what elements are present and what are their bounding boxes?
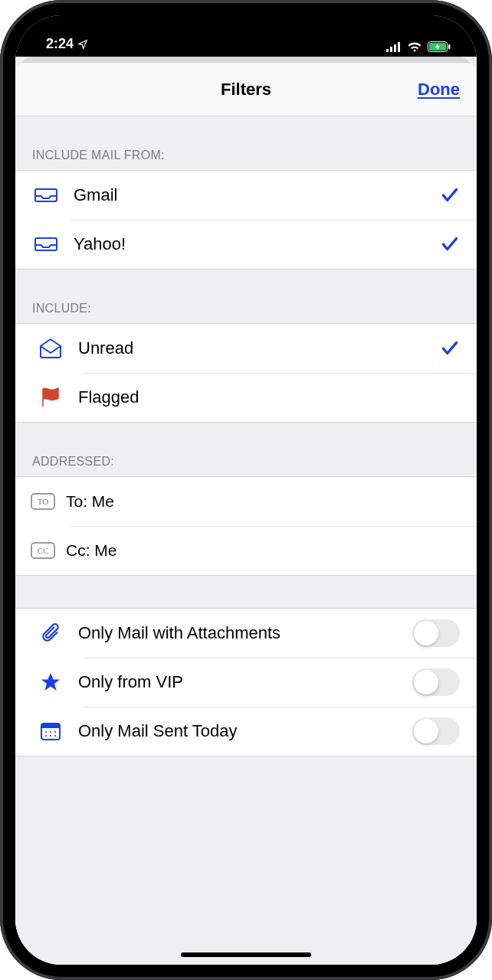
section-addressed: Addressed: TO To: Me CC Cc: Me xyxy=(15,423,477,576)
row-label: Only Mail Sent Today xyxy=(78,721,412,741)
row-label: Yahoo! xyxy=(74,234,440,254)
page-title: Filters xyxy=(221,80,271,100)
status-time: 2:24 xyxy=(46,36,74,52)
row-unread[interactable]: Unread xyxy=(15,324,477,373)
cc-badge-icon: CC xyxy=(29,537,57,564)
section-include: Include: Unread xyxy=(15,270,477,423)
svg-point-15 xyxy=(54,731,56,733)
toggle-vip[interactable] xyxy=(412,668,460,696)
done-button[interactable]: Done xyxy=(418,80,460,100)
paperclip-icon xyxy=(37,619,64,647)
envelope-open-icon xyxy=(37,335,64,362)
svg-point-16 xyxy=(45,735,47,737)
screen: 2:24 Filters xyxy=(15,15,477,965)
svg-text:TO: TO xyxy=(38,497,49,506)
row-today[interactable]: Only Mail Sent Today xyxy=(15,707,477,756)
row-label: To: Me xyxy=(66,492,460,511)
flag-icon xyxy=(37,384,64,411)
section-include-from: Include Mail From: Gmail xyxy=(15,116,477,270)
toggle-attachments[interactable] xyxy=(412,619,460,647)
section-header-include: Include: xyxy=(15,270,477,323)
nav-bar: Filters Done xyxy=(15,63,477,116)
row-gmail[interactable]: Gmail xyxy=(15,171,477,220)
row-flagged[interactable]: Flagged xyxy=(15,373,477,422)
star-icon xyxy=(37,668,64,696)
row-to-me[interactable]: TO To: Me xyxy=(15,477,477,526)
section-header-addressed: Addressed: xyxy=(15,423,477,476)
to-badge-icon: TO xyxy=(29,488,57,515)
battery-icon xyxy=(428,41,451,52)
row-vip[interactable]: Only from VIP xyxy=(15,658,477,707)
svg-rect-12 xyxy=(41,724,60,728)
section-other: Only Mail with Attachments Only from VIP xyxy=(15,576,477,756)
row-label: Only Mail with Attachments xyxy=(78,623,412,643)
row-label: Gmail xyxy=(74,185,440,205)
inbox-icon xyxy=(32,181,60,209)
row-cc-me[interactable]: CC Cc: Me xyxy=(15,526,477,575)
phone-frame: 2:24 Filters xyxy=(0,0,492,980)
svg-rect-0 xyxy=(386,49,389,52)
checkmark-icon xyxy=(440,185,460,205)
toggle-today[interactable] xyxy=(412,717,460,745)
inbox-icon xyxy=(32,230,60,258)
svg-rect-6 xyxy=(448,44,451,49)
svg-text:CC: CC xyxy=(38,546,49,555)
checkmark-icon xyxy=(440,234,460,254)
wifi-icon xyxy=(407,41,422,52)
svg-point-18 xyxy=(54,735,56,737)
calendar-icon xyxy=(37,717,64,745)
section-spacer xyxy=(15,576,477,608)
svg-point-17 xyxy=(50,735,51,737)
checkmark-icon xyxy=(440,338,460,358)
row-yahoo[interactable]: Yahoo! xyxy=(15,220,477,269)
svg-point-14 xyxy=(50,731,51,733)
row-label: Cc: Me xyxy=(66,541,460,560)
modal-sheet: Filters Done Include Mail From: Gmail xyxy=(15,57,477,965)
row-attachments[interactable]: Only Mail with Attachments xyxy=(15,609,477,658)
svg-point-13 xyxy=(45,731,47,733)
section-header-include-from: Include Mail From: xyxy=(15,116,477,170)
cellular-icon xyxy=(386,42,402,52)
svg-rect-2 xyxy=(394,44,396,52)
home-indicator[interactable] xyxy=(181,952,311,957)
svg-rect-1 xyxy=(390,47,392,52)
svg-rect-3 xyxy=(398,42,400,52)
row-label: Flagged xyxy=(78,387,460,407)
row-label: Only from VIP xyxy=(78,672,412,692)
location-icon xyxy=(77,39,88,50)
row-label: Unread xyxy=(78,338,440,358)
notch xyxy=(158,15,334,41)
